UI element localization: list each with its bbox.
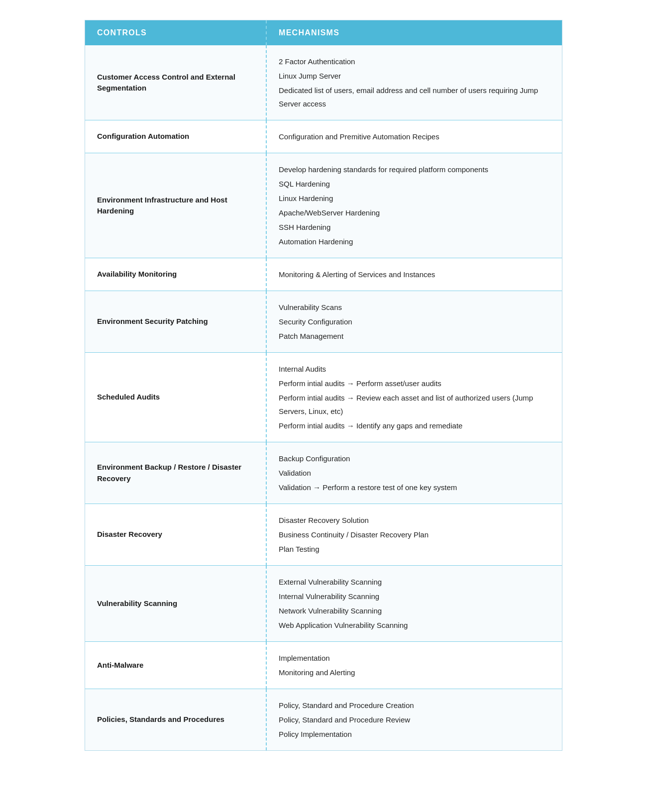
control-cell: Customer Access Control and External Seg… xyxy=(85,45,266,120)
mechanism-item: Perform intial audits → Review each asse… xyxy=(279,391,550,418)
mechanism-list: Develop hardening standards for required… xyxy=(279,162,550,249)
table-row: Scheduled AuditsInternal AuditsPerform i… xyxy=(85,353,562,442)
mechanism-item: Plan Testing xyxy=(279,542,550,556)
control-cell: Environment Infrastructure and Host Hard… xyxy=(85,153,266,258)
table-row: Environment Security PatchingVulnerabili… xyxy=(85,291,562,353)
control-cell: Anti-Malware xyxy=(85,642,266,689)
mechanism-item: Validation → Perform a restore test of o… xyxy=(279,480,550,495)
mechanism-cell: Disaster Recovery SolutionBusiness Conti… xyxy=(266,504,562,566)
table-row: Availability MonitoringMonitoring & Aler… xyxy=(85,258,562,291)
mechanism-item: Internal Vulnerability Scanning xyxy=(279,589,550,604)
mechanism-item: Web Application Vulnerability Scanning xyxy=(279,618,550,632)
mechanism-item: Patch Management xyxy=(279,329,550,343)
table-row: Anti-MalwareImplementationMonitoring and… xyxy=(85,642,562,689)
mechanism-item: Perform intial audits → Identify any gap… xyxy=(279,418,550,433)
mechanism-item: Backup Configuration xyxy=(279,451,550,466)
mechanism-cell: Policy, Standard and Procedure CreationP… xyxy=(266,689,562,751)
mechanism-item: Policy, Standard and Procedure Creation xyxy=(279,698,550,712)
mechanism-list: External Vulnerability ScanningInternal … xyxy=(279,575,550,632)
table-row: Environment Infrastructure and Host Hard… xyxy=(85,153,562,258)
mechanism-list: Configuration and Premitive Automation R… xyxy=(279,129,550,144)
mechanism-item: Automation Hardening xyxy=(279,234,550,249)
mechanism-item: Configuration and Premitive Automation R… xyxy=(279,129,550,144)
mechanism-item: Disaster Recovery Solution xyxy=(279,513,550,527)
mechanism-item: Perform intial audits → Perform asset/us… xyxy=(279,376,550,391)
mechanism-item: Network Vulnerability Scanning xyxy=(279,604,550,618)
mechanism-cell: Configuration and Premitive Automation R… xyxy=(266,120,562,153)
mechanism-item: Business Continuity / Disaster Recovery … xyxy=(279,527,550,542)
mechanism-item: Policy Implementation xyxy=(279,727,550,741)
control-cell: Disaster Recovery xyxy=(85,504,266,566)
mechanism-list: Policy, Standard and Procedure CreationP… xyxy=(279,698,550,741)
mechanism-item: Internal Audits xyxy=(279,362,550,376)
table-row: Configuration AutomationConfiguration an… xyxy=(85,120,562,153)
control-cell: Availability Monitoring xyxy=(85,258,266,291)
mechanism-item: Validation xyxy=(279,466,550,480)
table-row: Environment Backup / Restore / Disaster … xyxy=(85,442,562,504)
mechanism-item: Dedicated list of users, email address a… xyxy=(279,83,550,111)
security-controls-table: CONTROLS MECHANISMS Customer Access Cont… xyxy=(85,20,562,751)
mechanism-cell: Monitoring & Alerting of Services and In… xyxy=(266,258,562,291)
table-row: Vulnerability ScanningExternal Vulnerabi… xyxy=(85,566,562,642)
mechanism-list: Vulnerability ScansSecurity Configuratio… xyxy=(279,300,550,343)
mechanism-cell: Internal AuditsPerform intial audits → P… xyxy=(266,353,562,442)
mechanism-item: Apache/WebServer Hardening xyxy=(279,205,550,220)
mechanism-list: Monitoring & Alerting of Services and In… xyxy=(279,267,550,282)
mechanism-item: Linux Hardening xyxy=(279,191,550,205)
mechanisms-header: MECHANISMS xyxy=(266,20,562,45)
control-cell: Configuration Automation xyxy=(85,120,266,153)
mechanism-item: Policy, Standard and Procedure Review xyxy=(279,712,550,727)
control-cell: Policies, Standards and Procedures xyxy=(85,689,266,751)
mechanism-item: Linux Jump Server xyxy=(279,69,550,83)
mechanism-list: Disaster Recovery SolutionBusiness Conti… xyxy=(279,513,550,556)
mechanism-cell: ImplementationMonitoring and Alerting xyxy=(266,642,562,689)
mechanism-item: SSH Hardening xyxy=(279,220,550,234)
control-cell: Environment Security Patching xyxy=(85,291,266,353)
mechanism-item: 2 Factor Authentication xyxy=(279,54,550,69)
mechanism-cell: Develop hardening standards for required… xyxy=(266,153,562,258)
mechanism-cell: 2 Factor AuthenticationLinux Jump Server… xyxy=(266,45,562,120)
mechanism-item: Monitoring & Alerting of Services and In… xyxy=(279,267,550,282)
control-cell: Scheduled Audits xyxy=(85,353,266,442)
mechanism-list: Internal AuditsPerform intial audits → P… xyxy=(279,362,550,433)
table-row: Policies, Standards and ProceduresPolicy… xyxy=(85,689,562,751)
control-cell: Environment Backup / Restore / Disaster … xyxy=(85,442,266,504)
mechanism-cell: Backup ConfigurationValidationValidation… xyxy=(266,442,562,504)
mechanism-item: SQL Hardening xyxy=(279,177,550,191)
table-row: Customer Access Control and External Seg… xyxy=(85,45,562,120)
mechanism-item: Vulnerability Scans xyxy=(279,300,550,314)
mechanism-list: ImplementationMonitoring and Alerting xyxy=(279,651,550,680)
controls-header: CONTROLS xyxy=(85,20,266,45)
mechanism-item: Develop hardening standards for required… xyxy=(279,162,550,177)
mechanism-item: Monitoring and Alerting xyxy=(279,665,550,680)
table-header-row: CONTROLS MECHANISMS xyxy=(85,20,562,45)
mechanism-list: Backup ConfigurationValidationValidation… xyxy=(279,451,550,495)
mechanism-cell: External Vulnerability ScanningInternal … xyxy=(266,566,562,642)
mechanism-item: Implementation xyxy=(279,651,550,665)
mechanism-list: 2 Factor AuthenticationLinux Jump Server… xyxy=(279,54,550,111)
mechanism-cell: Vulnerability ScansSecurity Configuratio… xyxy=(266,291,562,353)
table-row: Disaster RecoveryDisaster Recovery Solut… xyxy=(85,504,562,566)
control-cell: Vulnerability Scanning xyxy=(85,566,266,642)
mechanism-item: Security Configuration xyxy=(279,314,550,329)
mechanism-item: External Vulnerability Scanning xyxy=(279,575,550,589)
